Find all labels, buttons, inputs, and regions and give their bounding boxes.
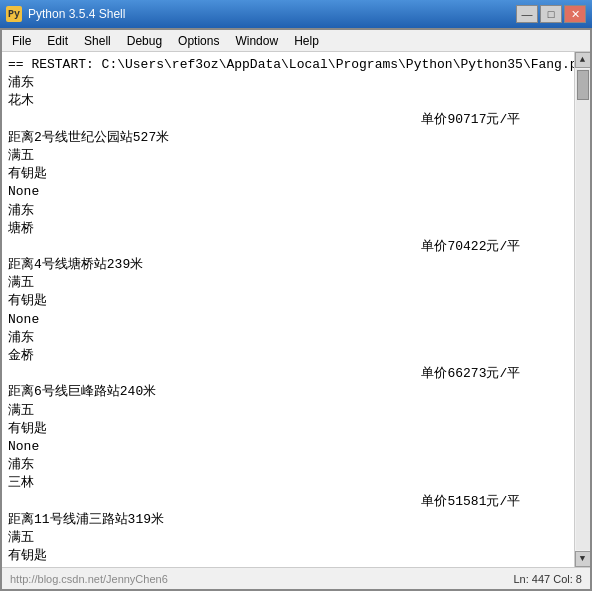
menu-file[interactable]: File bbox=[4, 32, 39, 50]
output-line: 浦东 bbox=[8, 74, 568, 92]
close-button[interactable]: ✕ bbox=[564, 5, 586, 23]
minimize-button[interactable]: — bbox=[516, 5, 538, 23]
output-line: None bbox=[8, 438, 568, 456]
output-line: None bbox=[8, 565, 568, 567]
output-line: 距离6号线巨峰路站240米 bbox=[8, 383, 568, 401]
menu-help[interactable]: Help bbox=[286, 32, 327, 50]
menu-options[interactable]: Options bbox=[170, 32, 227, 50]
output-line: == RESTART: C:\Users\ref3oz\AppData\Loca… bbox=[8, 56, 568, 74]
shell-output[interactable]: == RESTART: C:\Users\ref3oz\AppData\Loca… bbox=[2, 52, 574, 567]
window-title: Python 3.5.4 Shell bbox=[28, 7, 125, 21]
output-line: 三林 bbox=[8, 474, 568, 492]
window-inner: File Edit Shell Debug Options Window Hel… bbox=[0, 28, 592, 591]
watermark-text: http://blog.csdn.net/JennyChen6 bbox=[10, 573, 168, 585]
status-bar: http://blog.csdn.net/JennyChen6 Ln: 447 … bbox=[2, 567, 590, 589]
cursor-position: Ln: 447 Col: 8 bbox=[514, 573, 583, 585]
menu-debug[interactable]: Debug bbox=[119, 32, 170, 50]
output-line: 金桥 bbox=[8, 347, 568, 365]
python-icon: Py bbox=[6, 6, 22, 22]
output-line: 满五 bbox=[8, 402, 568, 420]
output-line: 单价70422元/平 bbox=[8, 238, 568, 256]
output-line: 塘桥 bbox=[8, 220, 568, 238]
output-line: 有钥匙 bbox=[8, 165, 568, 183]
output-line: 满五 bbox=[8, 147, 568, 165]
output-line: 单价66273元/平 bbox=[8, 365, 568, 383]
maximize-button[interactable]: □ bbox=[540, 5, 562, 23]
title-bar: Py Python 3.5.4 Shell — □ ✕ bbox=[0, 0, 592, 28]
vertical-scrollbar[interactable]: ▲ ▼ bbox=[574, 52, 590, 567]
output-line: 浦东 bbox=[8, 202, 568, 220]
window-frame: Py Python 3.5.4 Shell — □ ✕ File Edit Sh… bbox=[0, 0, 592, 591]
menu-edit[interactable]: Edit bbox=[39, 32, 76, 50]
output-line: 单价51581元/平 bbox=[8, 493, 568, 511]
output-line: 有钥匙 bbox=[8, 292, 568, 310]
output-line: None bbox=[8, 311, 568, 329]
menu-bar: File Edit Shell Debug Options Window Hel… bbox=[2, 30, 590, 52]
menu-shell[interactable]: Shell bbox=[76, 32, 119, 50]
output-line: 有钥匙 bbox=[8, 420, 568, 438]
output-line: 单价90717元/平 bbox=[8, 111, 568, 129]
menu-window[interactable]: Window bbox=[227, 32, 286, 50]
output-line: 浦东 bbox=[8, 329, 568, 347]
scroll-down-button[interactable]: ▼ bbox=[575, 551, 591, 567]
output-line: 有钥匙 bbox=[8, 547, 568, 565]
scroll-up-button[interactable]: ▲ bbox=[575, 52, 591, 68]
scroll-track bbox=[576, 69, 590, 550]
output-line: None bbox=[8, 183, 568, 201]
title-bar-left: Py Python 3.5.4 Shell bbox=[6, 6, 125, 22]
output-line: 浦东 bbox=[8, 456, 568, 474]
window-controls: — □ ✕ bbox=[516, 5, 586, 23]
content-area: == RESTART: C:\Users\ref3oz\AppData\Loca… bbox=[2, 52, 590, 567]
output-line: 满五 bbox=[8, 274, 568, 292]
scroll-thumb[interactable] bbox=[577, 70, 589, 100]
output-line: 花木 bbox=[8, 92, 568, 110]
output-line: 距离2号线世纪公园站527米 bbox=[8, 129, 568, 147]
output-line: 距离11号线浦三路站319米 bbox=[8, 511, 568, 529]
output-line: 满五 bbox=[8, 529, 568, 547]
output-line: 距离4号线塘桥站239米 bbox=[8, 256, 568, 274]
